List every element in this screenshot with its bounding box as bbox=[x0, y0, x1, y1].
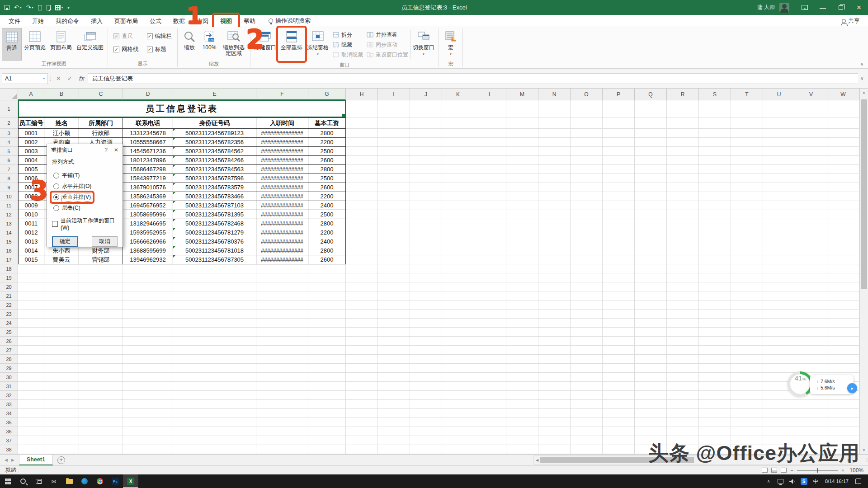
cell[interactable] bbox=[346, 346, 378, 355]
tell-me-search[interactable]: 操作说明搜索 bbox=[269, 17, 311, 25]
normal-view-toggle-icon[interactable] bbox=[762, 468, 768, 473]
cell[interactable] bbox=[410, 427, 442, 436]
cell[interactable] bbox=[571, 201, 603, 210]
table-cell[interactable]: 2500 bbox=[308, 210, 346, 219]
cell[interactable] bbox=[731, 391, 763, 400]
cell[interactable] bbox=[571, 319, 603, 328]
cell[interactable] bbox=[256, 346, 308, 355]
cell[interactable] bbox=[699, 273, 731, 282]
radio-option-层叠(C)[interactable]: 层叠(C) bbox=[52, 202, 118, 213]
cell[interactable] bbox=[442, 138, 474, 147]
cell[interactable] bbox=[256, 400, 308, 409]
cell[interactable] bbox=[378, 382, 410, 391]
cell[interactable] bbox=[699, 156, 731, 165]
table-cell[interactable]: ############## bbox=[256, 147, 308, 156]
cell[interactable] bbox=[442, 436, 474, 445]
cell[interactable] bbox=[346, 355, 378, 364]
cell[interactable] bbox=[763, 255, 795, 264]
table-cell[interactable]: 0009 bbox=[18, 201, 44, 210]
cell[interactable] bbox=[256, 337, 308, 346]
cell[interactable] bbox=[538, 364, 571, 373]
cell[interactable] bbox=[44, 400, 79, 409]
cell[interactable] bbox=[346, 183, 378, 192]
cell[interactable] bbox=[506, 201, 538, 210]
cell[interactable] bbox=[474, 391, 506, 400]
ribbon-display-options-icon[interactable]: ∧ bbox=[796, 0, 814, 15]
cell[interactable] bbox=[308, 409, 346, 418]
cell[interactable] bbox=[538, 337, 571, 346]
cell[interactable] bbox=[731, 355, 763, 364]
cell[interactable] bbox=[795, 409, 827, 418]
tab-视图[interactable]: 视图 bbox=[214, 15, 238, 27]
table-cell[interactable]: 0011 bbox=[18, 219, 44, 228]
cell[interactable] bbox=[667, 237, 699, 246]
cell[interactable] bbox=[506, 237, 538, 246]
cell[interactable] bbox=[538, 138, 571, 147]
cell[interactable] bbox=[346, 192, 378, 201]
cell[interactable] bbox=[571, 138, 603, 147]
cell[interactable] bbox=[44, 328, 79, 337]
cell[interactable] bbox=[346, 228, 378, 237]
cell[interactable] bbox=[699, 183, 731, 192]
row-header-8[interactable]: 8 bbox=[0, 174, 18, 183]
cell[interactable] bbox=[571, 364, 603, 373]
cell[interactable] bbox=[442, 409, 474, 418]
cell[interactable] bbox=[474, 264, 506, 273]
cell[interactable] bbox=[378, 319, 410, 328]
cell[interactable] bbox=[346, 174, 378, 183]
cell[interactable] bbox=[410, 300, 442, 310]
table-cell[interactable]: ############## bbox=[256, 165, 308, 174]
cell[interactable] bbox=[378, 264, 410, 273]
cell[interactable] bbox=[635, 382, 667, 391]
cell[interactable] bbox=[506, 246, 538, 255]
row-header-16[interactable]: 16 bbox=[0, 246, 18, 255]
table-cell[interactable]: 2600 bbox=[308, 156, 346, 165]
cell[interactable] bbox=[635, 400, 667, 409]
cell[interactable] bbox=[667, 337, 699, 346]
avatar[interactable] bbox=[779, 3, 789, 13]
cell[interactable] bbox=[346, 219, 378, 228]
cell[interactable] bbox=[474, 237, 506, 246]
table-cell[interactable]: 曹美云 bbox=[44, 255, 79, 264]
cell[interactable] bbox=[173, 346, 256, 355]
cell[interactable] bbox=[795, 418, 827, 427]
cell[interactable] bbox=[378, 237, 410, 246]
cell[interactable] bbox=[308, 436, 346, 445]
cell[interactable] bbox=[173, 300, 256, 310]
cell[interactable] bbox=[699, 138, 731, 147]
cell[interactable] bbox=[410, 147, 442, 156]
table-cell[interactable]: 500231123456784562 bbox=[173, 147, 256, 156]
table-cell[interactable]: ############## bbox=[256, 246, 308, 255]
cell[interactable] bbox=[763, 273, 795, 282]
cell[interactable] bbox=[123, 337, 173, 346]
cell[interactable] bbox=[667, 346, 699, 355]
cell[interactable] bbox=[378, 400, 410, 409]
table-cell[interactable]: ############## bbox=[256, 138, 308, 147]
cell[interactable] bbox=[474, 273, 506, 282]
cell[interactable] bbox=[667, 319, 699, 328]
cell[interactable] bbox=[827, 183, 859, 192]
cell[interactable] bbox=[571, 156, 603, 165]
column-header-M[interactable]: M bbox=[506, 89, 538, 100]
cell[interactable] bbox=[474, 427, 506, 436]
cell[interactable] bbox=[763, 138, 795, 147]
cell[interactable] bbox=[795, 237, 827, 246]
taskbar-clock[interactable]: 8/14 16:17 bbox=[821, 479, 852, 484]
cell[interactable] bbox=[763, 300, 795, 310]
cell[interactable] bbox=[827, 273, 859, 282]
cell[interactable] bbox=[571, 237, 603, 246]
ok-button[interactable]: 确定 bbox=[52, 236, 78, 247]
cell[interactable] bbox=[256, 328, 308, 337]
column-header-R[interactable]: R bbox=[667, 89, 699, 100]
cell[interactable] bbox=[667, 282, 699, 291]
row-header-35[interactable]: 35 bbox=[0, 418, 18, 427]
table-cell[interactable]: ############## bbox=[256, 183, 308, 192]
cell[interactable] bbox=[667, 165, 699, 174]
cell[interactable] bbox=[410, 310, 442, 319]
zoom-to-selection-button[interactable]: 缩放到选定区域 bbox=[219, 28, 248, 61]
table-cell[interactable]: ############## bbox=[256, 156, 308, 165]
table-cell[interactable]: 500231123456784266 bbox=[173, 156, 256, 165]
cell[interactable] bbox=[474, 346, 506, 355]
checkbox-编辑栏[interactable]: ✓编辑栏 bbox=[147, 33, 172, 40]
cell[interactable] bbox=[173, 291, 256, 300]
